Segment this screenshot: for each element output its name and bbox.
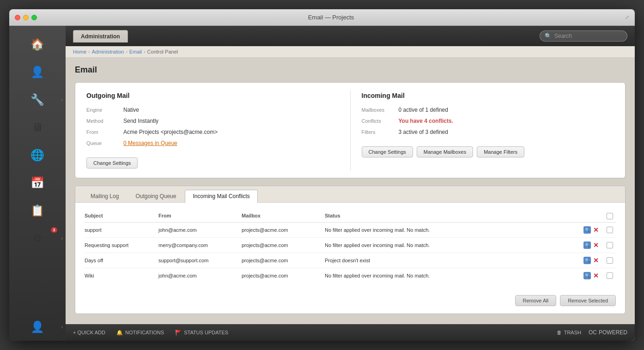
top-nav: Administration 🔍 xyxy=(66,26,635,46)
sidebar-item-settings[interactable]: ⚙ 3 › xyxy=(9,224,66,252)
notifications-label: NOTIFICATIONS xyxy=(125,330,164,335)
row-checkbox[interactable] xyxy=(607,257,613,264)
sidebar-item-home[interactable]: 🏠 xyxy=(9,30,66,58)
breadcrumb-home[interactable]: Home xyxy=(73,49,86,54)
row-subject: support xyxy=(85,227,158,233)
sidebar-item-notes[interactable]: 📋 xyxy=(9,197,66,224)
manage-filters-button[interactable]: Manage Filters xyxy=(477,146,524,157)
trash-button[interactable]: 🗑 TRASH xyxy=(557,330,581,335)
notifications-button[interactable]: 🔔 NOTIFICATIONS xyxy=(116,330,164,336)
oc-logo: OC xyxy=(589,329,597,336)
status-updates-button[interactable]: 🚩 STATUS UPDATES xyxy=(175,330,228,336)
sidebar-item-monitor[interactable]: 🖥 xyxy=(9,114,66,141)
outgoing-method-row: Method Send Instantly xyxy=(86,118,339,124)
close-button[interactable] xyxy=(15,15,20,20)
conflicts-table: Subject From Mailbox Status support john… xyxy=(75,203,625,290)
quick-add-label: + QUICK ADD xyxy=(73,330,105,335)
minimize-button[interactable] xyxy=(23,15,29,20)
breadcrumb-email[interactable]: Email xyxy=(129,49,142,54)
outgoing-engine-row: Engine Native xyxy=(86,107,339,113)
breadcrumb: Home › Administration › Email › Control … xyxy=(66,46,635,58)
select-all-checkbox[interactable] xyxy=(607,213,613,219)
row-from: john@acme.com xyxy=(158,273,242,278)
notes-icon: 📋 xyxy=(28,201,47,220)
sidebar-item-globe[interactable]: 🌐 xyxy=(9,141,66,169)
remove-all-button[interactable]: Remove All xyxy=(515,295,557,306)
row-actions: 🔍 ✕ xyxy=(583,226,607,234)
view-button[interactable]: 🔍 xyxy=(583,226,591,234)
view-button[interactable]: 🔍 xyxy=(583,272,591,279)
table-row: Days off support@support.com projects@ac… xyxy=(85,253,616,268)
sidebar-item-users[interactable]: 👤 xyxy=(9,58,66,86)
quick-add-button[interactable]: + QUICK ADD xyxy=(73,330,105,335)
window-title: Email — Projects xyxy=(37,14,625,21)
powered-label: POWERED xyxy=(599,329,627,336)
incoming-conflicts-row: Conflicts You have 4 conflicts. xyxy=(362,118,614,124)
profile-icon: 👤 xyxy=(28,318,47,336)
breadcrumb-sep-1: › xyxy=(88,49,90,54)
tab-incoming-conflicts[interactable]: Incoming Mail Conflicts xyxy=(185,190,257,203)
remove-selected-button[interactable]: Remove Selected xyxy=(560,295,616,306)
row-actions: 🔍 ✕ xyxy=(583,272,607,279)
calendar-icon: 📅 xyxy=(28,174,47,192)
expand-icon[interactable]: ⤢ xyxy=(625,14,629,20)
search-input[interactable] xyxy=(554,33,624,39)
tabs-header: Mailing Log Outgoing Queue Incoming Mail… xyxy=(75,186,625,203)
outgoing-method-label: Method xyxy=(86,118,123,124)
row-status: No filter applied over incoming mail. No… xyxy=(325,242,583,248)
incoming-mailboxes-row: Mailboxes 0 active of 1 defined xyxy=(362,107,614,113)
status-updates-icon: 🚩 xyxy=(175,330,182,336)
outgoing-mail-panel: Outgoing Mail Engine Native Method Send … xyxy=(75,83,350,178)
breadcrumb-sep-2: › xyxy=(126,49,127,54)
row-status: No filter applied over incoming mail. No… xyxy=(325,273,583,278)
row-actions: 🔍 ✕ xyxy=(583,257,607,264)
outgoing-engine-value: Native xyxy=(123,107,139,113)
breadcrumb-sep-3: › xyxy=(144,49,145,54)
breadcrumb-administration[interactable]: Administration xyxy=(92,49,124,54)
app-window: Email — Projects ⤢ 🏠 👤 🔧 › 🖥 🌐 📅 xyxy=(9,9,635,341)
tab-administration[interactable]: Administration xyxy=(73,30,128,42)
delete-button[interactable]: ✕ xyxy=(593,227,599,233)
outgoing-queue-value[interactable]: 0 Messages in Queue xyxy=(123,140,177,146)
row-subject: Requesting support xyxy=(85,242,158,248)
incoming-conflicts-value: You have 4 conflicts. xyxy=(399,118,453,124)
content-area: Administration 🔍 Home › Administration ›… xyxy=(66,26,635,341)
col-mailbox: Mailbox xyxy=(242,213,325,219)
delete-button[interactable]: ✕ xyxy=(593,257,599,264)
col-actions xyxy=(583,213,607,219)
tab-outgoing-queue[interactable]: Outgoing Queue xyxy=(128,190,184,202)
col-status: Status xyxy=(325,213,583,219)
view-button[interactable]: 🔍 xyxy=(583,241,591,249)
outgoing-method-value: Send Instantly xyxy=(123,118,158,124)
sidebar-item-tools[interactable]: 🔧 › xyxy=(9,86,66,114)
row-checkbox[interactable] xyxy=(607,272,613,279)
view-button[interactable]: 🔍 xyxy=(583,257,591,264)
sidebar-item-profile[interactable]: 👤 › xyxy=(9,313,66,341)
outgoing-from-label: From xyxy=(86,129,123,135)
change-settings-incoming-button[interactable]: Change Settings xyxy=(362,146,413,157)
row-status: Project doesn't exist xyxy=(325,258,583,263)
window-controls xyxy=(15,15,37,20)
manage-mailboxes-button[interactable]: Manage Mailboxes xyxy=(417,146,473,157)
globe-icon: 🌐 xyxy=(28,146,47,164)
monitor-icon: 🖥 xyxy=(28,118,47,137)
outgoing-engine-label: Engine xyxy=(86,107,123,113)
app-body: 🏠 👤 🔧 › 🖥 🌐 📅 📋 ⚙ 3 xyxy=(9,26,635,341)
delete-button[interactable]: ✕ xyxy=(593,272,599,279)
settings-icon: ⚙ xyxy=(28,229,47,247)
titlebar: Email — Projects ⤢ xyxy=(9,9,635,26)
maximize-button[interactable] xyxy=(31,15,37,20)
row-checkbox[interactable] xyxy=(607,227,613,233)
status-updates-label: STATUS UPDATES xyxy=(184,330,228,335)
search-bar[interactable]: 🔍 xyxy=(540,30,627,42)
sidebar-item-calendar[interactable]: 📅 xyxy=(9,169,66,197)
tab-mailing-log[interactable]: Mailing Log xyxy=(83,190,127,202)
delete-button[interactable]: ✕ xyxy=(593,242,599,248)
settings-badge: 3 xyxy=(51,227,57,233)
change-settings-outgoing-button[interactable]: Change Settings xyxy=(86,157,138,169)
search-icon: 🔍 xyxy=(545,33,552,39)
row-checkbox[interactable] xyxy=(607,242,613,248)
sidebar: 🏠 👤 🔧 › 🖥 🌐 📅 📋 ⚙ 3 xyxy=(9,26,66,341)
bottom-bar: + QUICK ADD 🔔 NOTIFICATIONS 🚩 STATUS UPD… xyxy=(66,324,635,341)
outgoing-from-row: From Acme Projects <projects@acme.com> xyxy=(86,129,339,135)
